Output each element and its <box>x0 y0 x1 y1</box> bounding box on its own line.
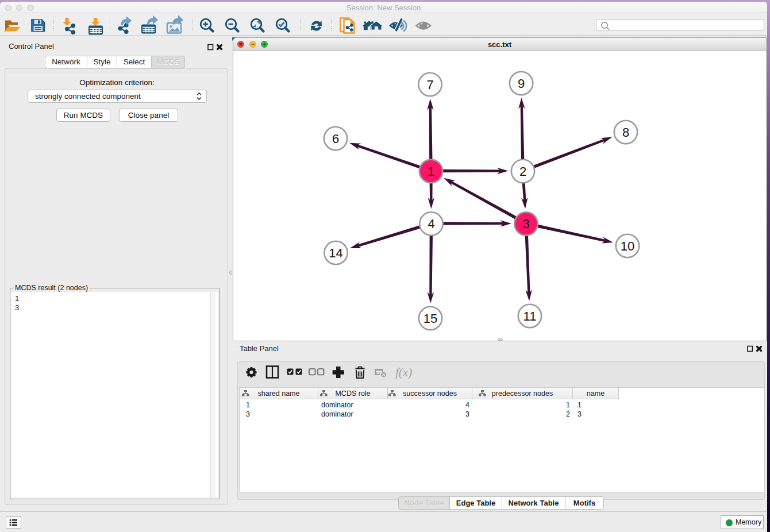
svg-text:14: 14 <box>329 245 342 260</box>
svg-text:10: 10 <box>621 238 634 253</box>
svg-text:2: 2 <box>519 164 526 178</box>
svg-text:f(x): f(x) <box>395 365 412 379</box>
svg-text:11: 11 <box>523 309 537 323</box>
svg-text:15: 15 <box>424 311 437 325</box>
svg-text:8: 8 <box>622 125 629 139</box>
svg-text:3: 3 <box>522 217 529 231</box>
svg-text:6: 6 <box>332 131 339 145</box>
svg-text:7: 7 <box>426 77 433 91</box>
svg-text:9: 9 <box>518 76 525 90</box>
svg-text:4: 4 <box>428 217 434 231</box>
svg-text:1: 1 <box>428 164 434 178</box>
